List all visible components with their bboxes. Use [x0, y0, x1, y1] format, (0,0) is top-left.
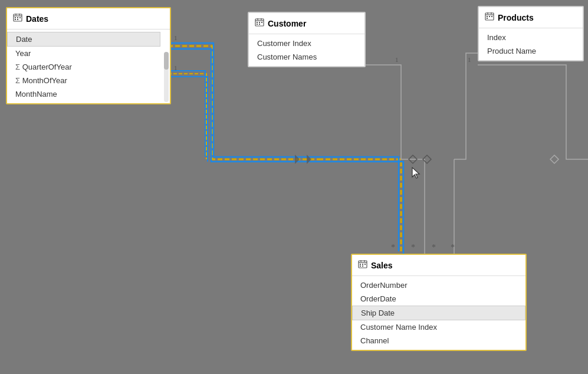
svg-marker-12: [550, 155, 559, 163]
svg-rect-28: [261, 22, 262, 23]
table-icon-sales: [358, 260, 367, 271]
svg-marker-6: [409, 155, 417, 163]
sales-field-ordernumber[interactable]: OrderNumber: [352, 278, 525, 292]
svg-text:*: *: [411, 243, 415, 252]
svg-rect-44: [362, 264, 363, 265]
svg-rect-46: [360, 265, 361, 267]
svg-rect-26: [257, 22, 258, 23]
svg-rect-17: [15, 17, 16, 18]
dates-table-title: Dates: [26, 14, 48, 24]
customer-field-index[interactable]: Customer Index: [249, 37, 364, 50]
sales-field-shipdate[interactable]: Ship Date: [352, 306, 525, 320]
svg-rect-27: [259, 22, 260, 23]
products-table-title: Products: [498, 13, 534, 22]
dates-scrollbar[interactable]: [164, 52, 169, 102]
svg-rect-29: [257, 24, 258, 25]
sales-table[interactable]: Sales OrderNumber OrderDate Ship Date Cu…: [351, 254, 527, 351]
svg-rect-36: [489, 16, 490, 17]
svg-text:*: *: [451, 243, 455, 252]
svg-marker-4: [295, 155, 300, 164]
svg-marker-48: [412, 168, 419, 178]
customer-table-header: Customer: [249, 13, 364, 34]
table-icon-customer: [255, 18, 264, 29]
dates-field-date[interactable]: Date: [7, 32, 160, 47]
svg-rect-37: [491, 16, 492, 17]
svg-text:1: 1: [174, 64, 178, 71]
dates-field-quarterofyear[interactable]: QuarterOfYear: [7, 60, 160, 74]
svg-rect-30: [259, 24, 260, 25]
svg-rect-18: [17, 17, 18, 18]
dates-table-body: Date Year QuarterOfYear MonthOfYear Mont…: [7, 29, 170, 103]
products-field-index[interactable]: Index: [479, 31, 583, 44]
dates-field-monthofyear[interactable]: MonthOfYear: [7, 74, 160, 87]
products-table-header: Products: [479, 7, 583, 28]
svg-text:*: *: [391, 243, 395, 252]
products-table[interactable]: Products Index Product Name: [478, 6, 584, 61]
sales-field-customernameindex[interactable]: Customer Name Index: [352, 320, 525, 334]
svg-text:1: 1: [174, 34, 178, 41]
svg-marker-7: [423, 155, 431, 163]
svg-rect-45: [364, 264, 366, 265]
dates-table[interactable]: Dates Date Year QuarterOfYear MonthOfYea…: [6, 7, 171, 104]
sales-field-channel[interactable]: Channel: [352, 334, 525, 347]
products-table-body: Index Product Name: [479, 28, 583, 60]
sales-field-orderdate[interactable]: OrderDate: [352, 292, 525, 306]
dates-table-header: Dates: [7, 8, 170, 29]
products-field-name[interactable]: Product Name: [479, 44, 583, 58]
dates-scrollbar-thumb[interactable]: [164, 52, 169, 70]
table-icon-products: [485, 12, 494, 23]
svg-text:1: 1: [468, 56, 471, 63]
sales-table-title: Sales: [371, 261, 393, 270]
dates-field-year[interactable]: Year: [7, 47, 160, 60]
svg-text:1: 1: [395, 56, 399, 63]
customer-field-names[interactable]: Customer Names: [249, 50, 364, 64]
svg-marker-5: [307, 155, 311, 164]
dates-field-monthname[interactable]: MonthName: [7, 87, 160, 101]
svg-rect-47: [362, 265, 363, 267]
customer-table-title: Customer: [268, 19, 306, 28]
mouse-cursor: [411, 166, 422, 181]
svg-text:*: *: [432, 243, 436, 252]
svg-rect-43: [360, 264, 361, 265]
customer-table-body: Customer Index Customer Names: [249, 34, 364, 66]
svg-rect-20: [15, 19, 16, 20]
svg-rect-19: [19, 17, 21, 18]
svg-rect-38: [487, 18, 488, 19]
table-icon-dates: [13, 13, 22, 24]
svg-rect-21: [17, 19, 18, 20]
svg-rect-35: [487, 16, 488, 17]
sales-table-body: OrderNumber OrderDate Ship Date Customer…: [352, 276, 525, 350]
customer-table[interactable]: Customer Customer Index Customer Names: [248, 12, 366, 67]
sales-table-header: Sales: [352, 255, 525, 276]
